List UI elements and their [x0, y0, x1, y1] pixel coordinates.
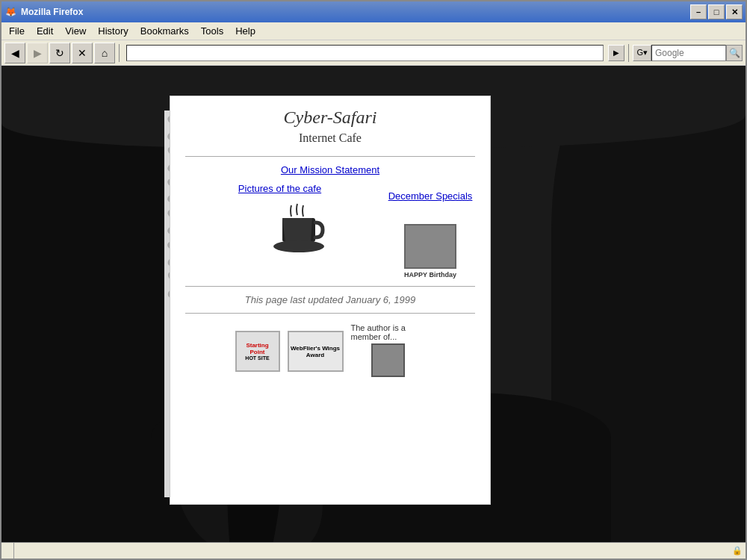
statusbar-right: 🔒: [732, 546, 743, 556]
member-icon: [371, 343, 405, 377]
bottom-divider: [185, 313, 475, 314]
address-input[interactable]: [126, 45, 604, 61]
award-badge-1: StartingPoint HOT SITE: [235, 331, 280, 372]
birthday-section: HAPPY Birthday: [385, 224, 475, 279]
address-bar: [126, 45, 604, 61]
menu-edit[interactable]: Edit: [31, 24, 59, 38]
search-input[interactable]: [651, 45, 726, 61]
pictures-link-container: Pictures of the cafe: [185, 183, 374, 194]
browser-content: Cyber-Safari Internet Cafe Our Mission S…: [1, 66, 746, 542]
menu-bookmarks[interactable]: Bookmarks: [134, 24, 195, 38]
menu-bar: File Edit View History Bookmarks Tools H…: [1, 22, 746, 40]
search-section: G▾ 🔍: [633, 45, 743, 61]
address-go-button[interactable]: ▶: [608, 45, 624, 61]
awards-section: StartingPoint HOT SITE WebFlier's Wings …: [170, 317, 490, 385]
toolbar-separator: [119, 44, 120, 62]
browser-window: 🦊 Mozilla Firefox – □ ✕ File Edit View H…: [0, 0, 747, 560]
reload-button[interactable]: ↻: [49, 43, 70, 63]
site-subtitle: Internet Cafe: [170, 131, 490, 145]
mission-link-container: Our Mission Statement: [170, 157, 490, 179]
toolbar-separator-2: [628, 44, 629, 62]
window-title: Mozilla Firefox: [21, 7, 690, 17]
home-button[interactable]: ⌂: [94, 43, 115, 63]
award-badge-2: WebFlier's Wings Award: [288, 331, 344, 372]
award-1-label: StartingPoint: [246, 342, 268, 355]
minimize-button[interactable]: –: [690, 4, 707, 19]
window-controls: – □ ✕: [690, 4, 743, 19]
member-text: The author is a member of...: [351, 323, 426, 379]
stop-button[interactable]: ✕: [72, 43, 93, 63]
left-column: Pictures of the cafe: [185, 183, 374, 256]
right-column: December Specials HAPPY Birthday: [385, 183, 475, 279]
close-button[interactable]: ✕: [726, 4, 743, 19]
main-content-panel: Cyber-Safari Internet Cafe Our Mission S…: [170, 96, 491, 505]
menu-history[interactable]: History: [92, 24, 134, 38]
forward-button[interactable]: ▶: [27, 43, 48, 63]
coffee-cup-svg: [269, 202, 329, 254]
menu-tools[interactable]: Tools: [195, 24, 229, 38]
content-body: Pictures of the cafe: [170, 179, 490, 282]
svg-point-1: [273, 240, 324, 252]
birthday-text: HAPPY Birthday: [385, 271, 475, 279]
award-1-type: HOT SITE: [245, 355, 269, 361]
award-2-label: WebFlier's Wings Award: [291, 345, 341, 358]
mission-link[interactable]: Our Mission Statement: [170, 164, 490, 175]
menu-file[interactable]: File: [3, 24, 31, 38]
back-button[interactable]: ◀: [4, 43, 25, 63]
title-bar: 🦊 Mozilla Firefox – □ ✕: [1, 1, 746, 22]
browser-icon: 🦊: [4, 6, 16, 18]
menu-view[interactable]: View: [59, 24, 92, 38]
status-bar: 🔒: [1, 542, 746, 559]
page-footer: This page last updated January 6, 1999: [170, 294, 490, 305]
menu-help[interactable]: Help: [229, 24, 261, 38]
maximize-button[interactable]: □: [708, 4, 725, 19]
security-icon: 🔒: [732, 546, 743, 556]
search-engine-dropdown[interactable]: G▾: [633, 45, 651, 61]
pictures-link[interactable]: Pictures of the cafe: [185, 183, 374, 194]
middle-divider: [185, 286, 475, 287]
specials-link[interactable]: December Specials: [385, 190, 475, 202]
site-title: Cyber-Safari: [170, 96, 490, 131]
status-text-section: [4, 543, 14, 559]
toolbar: ◀ ▶ ↻ ✕ ⌂ ▶ G▾ 🔍: [1, 40, 746, 66]
search-go-button[interactable]: 🔍: [726, 45, 743, 61]
coffee-cup-image: [223, 202, 374, 256]
birthday-photo: [404, 224, 456, 269]
